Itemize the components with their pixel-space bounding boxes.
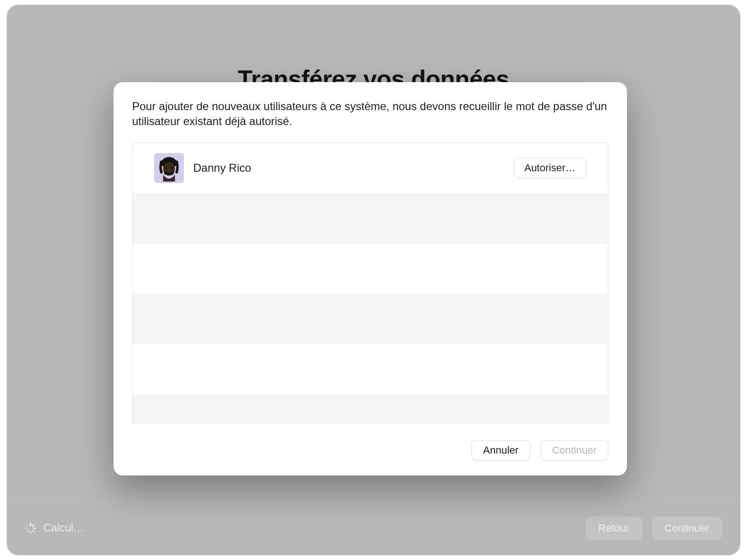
user-name: Danny Rico xyxy=(193,161,251,175)
window-footer: Calcul… Retour Continuer xyxy=(7,501,740,555)
memoji-icon xyxy=(155,154,183,182)
continue-button-dialog: Continuer xyxy=(541,440,608,461)
dialog-footer: Annuler Continuer xyxy=(132,423,608,461)
user-row: Danny Rico Autoriser… xyxy=(133,143,608,193)
list-item xyxy=(133,395,608,423)
footer-buttons: Retour Continuer xyxy=(585,517,722,540)
list-item xyxy=(133,193,608,244)
user-list: Danny Rico Autoriser… xyxy=(132,142,608,423)
back-button[interactable]: Retour xyxy=(585,517,642,540)
list-item xyxy=(133,294,608,344)
dialog-message: Pour ajouter de nouveaux utilisateurs à … xyxy=(132,99,608,129)
list-item xyxy=(133,244,608,294)
cancel-button[interactable]: Annuler xyxy=(472,440,530,461)
avatar xyxy=(154,153,184,183)
authorize-button[interactable]: Autoriser… xyxy=(514,158,586,178)
spinner-icon xyxy=(25,523,36,534)
status-text: Calcul… xyxy=(43,522,84,534)
authorize-users-dialog: Pour ajouter de nouveaux utilisateurs à … xyxy=(113,82,627,476)
svg-point-3 xyxy=(165,167,167,169)
footer-status: Calcul… xyxy=(25,522,84,534)
list-item xyxy=(133,344,608,395)
continue-button-background[interactable]: Continuer xyxy=(652,517,722,540)
svg-point-4 xyxy=(171,167,173,169)
